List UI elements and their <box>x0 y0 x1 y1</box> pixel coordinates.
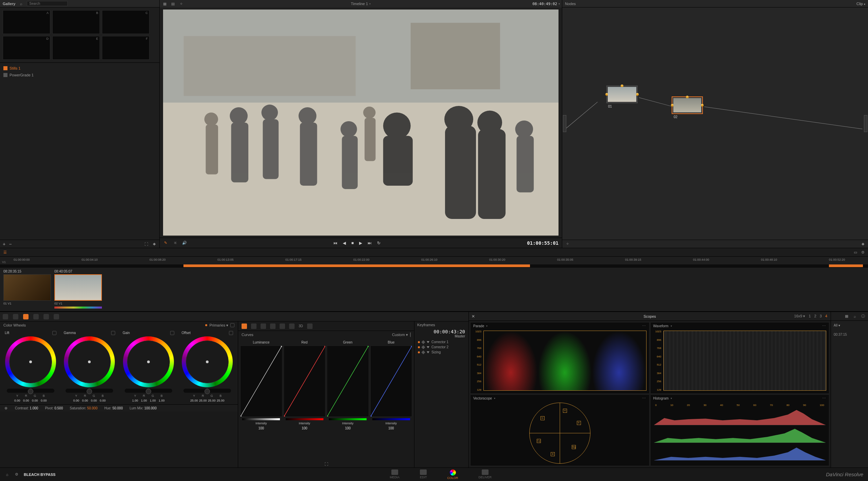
gamma-reset-button[interactable] <box>111 331 115 335</box>
timeline-ruler[interactable]: V1 01:00:00:00 01:00:04:10 01:00:08:20 0… <box>0 257 868 267</box>
node-01[interactable]: 01 <box>606 86 638 103</box>
viewer-wand-icon[interactable]: ✧ <box>179 1 183 6</box>
luminance-soft-clip[interactable] <box>242 418 280 420</box>
gain-reset-button[interactable] <box>170 331 174 335</box>
viewer-fit-icon[interactable]: ▦ <box>162 1 167 6</box>
toolstrip-list-icon[interactable]: ☰ <box>3 250 7 255</box>
gallery-still-e[interactable]: E <box>52 36 100 60</box>
mode-qualifier-icon[interactable] <box>43 314 49 319</box>
loop-button[interactable]: ↻ <box>377 241 380 245</box>
green-soft-clip[interactable] <box>329 418 367 420</box>
gain-wheel[interactable] <box>123 336 174 387</box>
mode-bars-icon[interactable] <box>13 314 18 319</box>
curves-tool-1-icon[interactable] <box>242 323 247 329</box>
offset-wheel[interactable] <box>182 336 233 387</box>
mode-curves-icon[interactable] <box>33 314 39 319</box>
curves-tool-6-icon[interactable] <box>289 323 295 329</box>
sidetool-grid-icon[interactable]: ▦ <box>844 314 849 319</box>
play-button[interactable]: ▶ <box>359 241 362 245</box>
gallery-album-stills1[interactable]: Stills 1 <box>3 65 156 72</box>
scopes-count-1[interactable]: 1 <box>809 314 811 318</box>
viewer-grid-icon[interactable]: ▤ <box>171 1 175 6</box>
curves-mode-dropdown[interactable]: Custom ▾ <box>392 333 408 337</box>
curves-tool-3-icon[interactable] <box>261 323 266 329</box>
wheels-reset-button[interactable] <box>230 323 234 327</box>
gallery-search-input[interactable] <box>27 1 68 6</box>
home-icon[interactable]: ⌂ <box>5 472 10 477</box>
nodes-zoom-icon[interactable]: ◆ <box>861 242 865 246</box>
toolstrip-settings-icon[interactable]: ⚙ <box>861 250 865 255</box>
page-tab-color[interactable]: COLOR <box>447 469 458 480</box>
red-intensity-value[interactable]: 100 <box>302 426 307 430</box>
scopes-close-button[interactable]: ✕ <box>472 314 475 319</box>
gallery-expand-icon[interactable]: ⛶ <box>144 242 148 246</box>
node-output-grip[interactable] <box>864 115 867 132</box>
go-start-button[interactable]: ⏮ <box>333 241 337 245</box>
blue-intensity-value[interactable]: 100 <box>388 426 394 430</box>
histogram-options-icon[interactable]: ⋯ <box>821 396 826 401</box>
curves-reset-button[interactable] <box>410 332 411 337</box>
sidetool-info-icon[interactable]: ⓘ <box>861 314 865 319</box>
gamma-wheel[interactable] <box>64 336 115 387</box>
pivot-value[interactable]: 0.500 <box>54 406 63 410</box>
clip-thumb-02[interactable]: 08:40:05:07 02 V1 <box>54 270 102 309</box>
nodes-fx-icon[interactable]: ✧ <box>565 242 570 246</box>
page-tab-deliver[interactable]: DELIVER <box>479 469 492 480</box>
lift-wheel[interactable] <box>5 336 56 387</box>
gallery-still-f[interactable]: F <box>102 36 149 60</box>
node-02[interactable]: 02 <box>672 96 703 114</box>
gallery-slider-icon[interactable]: ◆ <box>152 242 157 246</box>
curves-tool-4-icon[interactable] <box>270 323 276 329</box>
scopes-layout-dropdown[interactable]: 16x9 ▾ <box>794 314 805 318</box>
parade-options-icon[interactable]: ⋯ <box>642 323 646 328</box>
gain-master-slider[interactable] <box>125 389 172 393</box>
search-icon[interactable]: ⌕ <box>19 1 23 6</box>
gallery-still-b[interactable]: B <box>52 10 100 34</box>
wheels-mode-dropdown[interactable]: Primaries ▾ <box>209 323 228 328</box>
page-tab-edit[interactable]: EDIT <box>420 469 427 480</box>
toolstrip-clip-icon[interactable]: ▭ <box>853 250 858 255</box>
hue-value[interactable]: 50.000 <box>112 406 123 410</box>
gallery-album-powergrade[interactable]: PowerGrade 1 <box>3 72 156 78</box>
sidetool-search-icon[interactable]: ⌕ <box>852 314 857 319</box>
waveform-title[interactable]: Waveform <box>653 324 669 328</box>
kf-row-corrector1[interactable]: Corrector 1 <box>418 340 465 344</box>
lift-master-slider[interactable] <box>7 389 54 393</box>
saturation-value[interactable]: 50.000 <box>87 406 98 410</box>
parade-title[interactable]: Parade <box>473 324 484 328</box>
green-curve[interactable] <box>327 346 369 417</box>
viewer-shuffle-icon[interactable]: ⤮ <box>173 241 177 245</box>
step-back-button[interactable]: ◀ <box>343 241 346 245</box>
gallery-add-button[interactable]: + <box>3 241 5 247</box>
node-input-grip[interactable] <box>563 115 566 132</box>
offset-reset-button[interactable] <box>229 331 233 335</box>
stop-button[interactable]: ■ <box>351 241 354 245</box>
mode-reset-icon[interactable] <box>54 314 59 319</box>
page-tab-media[interactable]: MEDIA <box>390 469 400 480</box>
step-fwd-button[interactable]: ⏭ <box>368 241 372 245</box>
red-curve[interactable] <box>284 346 326 417</box>
auto-balance-icon[interactable]: ⊕ <box>3 406 8 411</box>
mode-wheels-icon[interactable] <box>23 314 29 319</box>
curves-tool-5-icon[interactable] <box>280 323 285 329</box>
lift-reset-button[interactable] <box>52 331 56 335</box>
offset-master-slider[interactable] <box>183 389 231 393</box>
lummix-value[interactable]: 100.000 <box>144 406 157 410</box>
contrast-value[interactable]: 1.000 <box>30 406 38 410</box>
project-settings-icon[interactable]: ⚙ <box>14 472 19 477</box>
vectorscope-options-icon[interactable]: ⋯ <box>642 396 646 401</box>
gallery-still-a[interactable]: A <box>3 10 50 34</box>
sidetool-filter-all[interactable]: All ▾ <box>834 323 865 327</box>
gallery-still-d[interactable]: D <box>3 36 50 60</box>
kf-row-sizing[interactable]: Sizing <box>418 350 465 354</box>
vectorscope-title[interactable]: Vectorscope <box>473 396 492 400</box>
mode-camera-icon[interactable] <box>3 314 8 319</box>
waveform-options-icon[interactable]: ⋯ <box>821 323 826 328</box>
kf-row-corrector2[interactable]: Corrector 2 <box>418 345 465 349</box>
curves-tool-7-icon[interactable] <box>307 323 313 329</box>
red-soft-clip[interactable] <box>286 418 323 420</box>
curves-expand-icon[interactable]: ⛶ <box>324 462 329 466</box>
clip-thumb-01[interactable]: 08:28:35:15 01 V1 <box>3 270 51 305</box>
scopes-count-4[interactable]: 4 <box>825 314 827 318</box>
viewer-picker-icon[interactable]: ✎ <box>163 241 168 245</box>
